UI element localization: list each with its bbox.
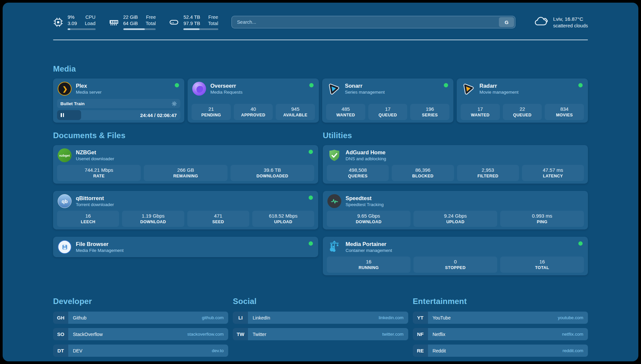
nzbget-icon: nzbget	[58, 148, 72, 162]
bookmark-name: StackOverflow	[73, 332, 103, 337]
bookmark-name: Twitter	[253, 332, 266, 337]
bookmark-name: Github	[73, 315, 86, 320]
service-card-body: Bullet Train 24:44 / 02:06:47	[57, 99, 180, 120]
stat-value-primary: 22 GiB	[123, 14, 138, 20]
filebrowser-icon	[58, 240, 72, 254]
stat-tile: 485 WANTED	[326, 104, 365, 120]
service-card-speedtest[interactable]: Speedtest Speedtest Tracking 9.65 Gbps D…	[323, 191, 588, 229]
stat-values: 22 GiB64 GiB	[123, 14, 138, 27]
stats-row: 16 LEECH 1.19 Gbps DOWNLOAD 471 SEED 618…	[57, 211, 314, 227]
stat-label-primary: Free	[146, 14, 156, 20]
bookmark-link-youtube[interactable]: YT YouTube youtube.com	[413, 312, 588, 324]
stat-progress-track	[68, 28, 96, 30]
bookmark-link-stackoverflow[interactable]: SO StackOverflow stackoverflow.com	[53, 328, 228, 340]
stat-tile-label: SERIES	[412, 112, 448, 118]
bookmark-bar: Github github.com	[68, 312, 228, 324]
stat-tile-label: PENDING	[193, 112, 229, 118]
stats-row: 498,508 QUERIES 86,396 BLOCKED 2,953 FIL…	[327, 165, 584, 181]
stat-tile-value: 17	[370, 106, 406, 112]
service-card-nzbget[interactable]: nzbget NZBGet Usenet downloader 744.21 M…	[53, 145, 318, 184]
service-text: Speedtest Speedtest Tracking	[346, 195, 384, 208]
bookmark-bar: StackOverflow stackoverflow.com	[68, 328, 228, 340]
stat-tile-label: LEECH	[58, 219, 118, 225]
service-card-radarr[interactable]: Radarr Movie management 17 WANTED 22 QUE…	[457, 78, 588, 123]
bookmark-group-title: Social	[233, 296, 408, 306]
cloud-icon	[533, 15, 548, 29]
weather-widget: Lviv, 16.87°C scattered clouds	[533, 15, 588, 29]
stat-tile-value: 498,508	[328, 167, 387, 173]
stat-tile: 945 AVAILABLE	[276, 104, 315, 120]
bookmark-link-dev[interactable]: DT DEV dev.to	[53, 345, 228, 357]
service-card-body: 744.21 Mbps RATE 266 GB REMAINING 39.6 T…	[57, 165, 314, 181]
stat-tile-label: DOWNLOADED	[232, 173, 313, 179]
bookmark-link-reddit[interactable]: RE Reddit reddit.com	[413, 345, 588, 357]
stat-tile-value: 618.52 Mbps	[254, 213, 313, 219]
stat-progress-track	[123, 28, 156, 30]
status-online-dot	[578, 241, 583, 246]
service-card-media-portainer[interactable]: Media Portainer Container management 16 …	[323, 237, 588, 275]
status-online-dot	[578, 83, 583, 87]
bookmark-name: YouTube	[433, 315, 451, 320]
bookmark-url: netflix.com	[562, 332, 583, 337]
search-input[interactable]	[231, 16, 516, 28]
stat-tile-label: RUNNING	[328, 265, 409, 271]
top-bar: 9%3.09 CPULoad 22 GiB64 GiB FreeTotal 52…	[53, 13, 588, 32]
stat-tile: 40 APPROVED	[234, 104, 273, 120]
stat-tile-label: STOPPED	[415, 265, 496, 271]
service-card-adguard-home[interactable]: AdGuard Home DNS and adblocking 498,508 …	[323, 145, 588, 184]
service-card-file-browser[interactable]: File Browser Media File Management	[53, 237, 318, 257]
service-name: NZBGet	[76, 149, 114, 156]
system-stat: 52.4 TB97.9 TB FreeTotal	[169, 14, 218, 30]
stat-tile-value: 47.57 ms	[523, 167, 583, 173]
status-online-dot	[309, 83, 314, 87]
bookmark-name: DEV	[73, 348, 82, 353]
bookmark-group-title: Developer	[53, 296, 228, 306]
service-text: Overseerr Media Requests	[210, 82, 243, 95]
stat-tile-value: 2,953	[458, 167, 518, 173]
disk-icon	[169, 17, 179, 27]
bookmark-link-linkedin[interactable]: LI LinkedIn linkedin.com	[233, 312, 408, 324]
weather-text: Lviv, 16.87°C scattered clouds	[553, 15, 588, 29]
service-card-header: Media Portainer Container management	[327, 239, 584, 255]
stat-tile-label: RATE	[58, 173, 139, 179]
stat-tile: 9.24 Gbps UPLOAD	[413, 211, 497, 227]
settings-gear-icon[interactable]	[171, 101, 177, 106]
stat-tile-label: TOTAL	[502, 265, 583, 271]
stat-tile-value: 0.993 ms	[502, 213, 583, 219]
documents-card-stack: nzbget NZBGet Usenet downloader 744.21 M…	[53, 145, 318, 257]
bookmark-groups: Developer GH Github github.com SO StackO…	[53, 296, 588, 357]
service-description: Series management	[345, 89, 385, 95]
stat-body: 52.4 TB97.9 TB FreeTotal	[183, 14, 218, 30]
bookmark-link-github[interactable]: GH Github github.com	[53, 312, 228, 324]
stat-tile-label: QUEUED	[504, 112, 541, 118]
service-text: qBittorrent Torrent downloader	[76, 195, 114, 208]
service-card-qbittorrent[interactable]: qb qBittorrent Torrent downloader 16 LEE…	[53, 191, 318, 229]
service-card-body: 485 WANTED 17 QUEUED 196 SERIES	[326, 102, 449, 120]
stat-tile: 471 SEED	[187, 211, 249, 227]
status-online-dot	[175, 83, 179, 87]
stat-tile: 0.993 ms PING	[500, 211, 584, 227]
media-card-grid: ❯ Plex Media server Bullet Train 24:44 /…	[53, 78, 588, 123]
service-card-overseerr[interactable]: Overseerr Media Requests 21 PENDING 40 A…	[188, 78, 319, 123]
service-description: Media Requests	[210, 89, 243, 95]
service-card-sonarr[interactable]: Sonarr Series management 485 WANTED 17 Q…	[322, 78, 453, 123]
player-progress-bar[interactable]: 24:44 / 02:06:47	[57, 110, 180, 120]
stats-row: 17 WANTED 22 QUEUED 834 MOVIES	[461, 104, 584, 120]
bookmark-link-netflix[interactable]: NF Netflix netflix.com	[413, 328, 588, 340]
pause-button[interactable]	[61, 113, 64, 117]
section-media: Media ❯ Plex Media server Bullet Train 2	[53, 64, 588, 123]
now-playing-row: Bullet Train	[57, 99, 180, 108]
bookmark-link-twitter[interactable]: TW Twitter twitter.com	[233, 328, 408, 340]
bookmark-abbr: SO	[53, 328, 68, 340]
player-time: 24:44 / 02:06:47	[140, 112, 177, 118]
bookmark-bar: Twitter twitter.com	[248, 328, 408, 340]
service-card-plex[interactable]: ❯ Plex Media server Bullet Train 24:44 /…	[53, 78, 184, 123]
dashboard-content: 9%3.09 CPULoad 22 GiB64 GiB FreeTotal 52…	[53, 13, 588, 357]
stat-tile: 2,953 FILTERED	[457, 165, 519, 181]
bookmark-name: LinkedIn	[253, 315, 270, 320]
bookmark-group-title: Entertainment	[413, 296, 588, 306]
adguard-icon	[327, 148, 341, 162]
stat-tile-value: 945	[277, 106, 314, 112]
system-stats: 9%3.09 CPULoad 22 GiB64 GiB FreeTotal 52…	[53, 14, 218, 30]
search-provider-button[interactable]: G	[499, 17, 514, 27]
